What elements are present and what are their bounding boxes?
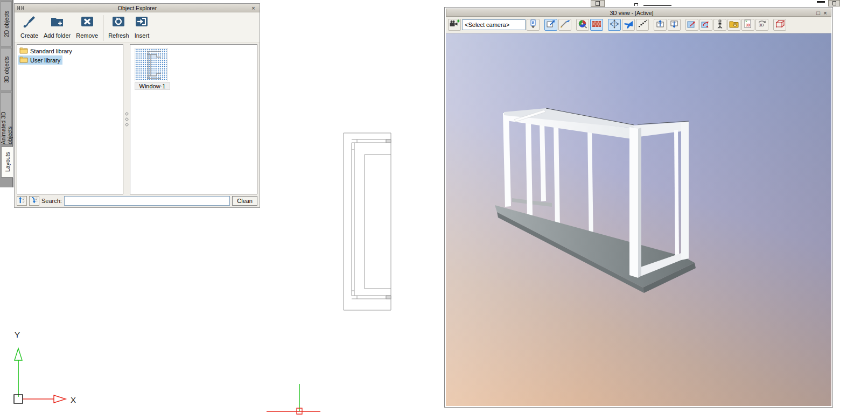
ucs-axis-icon: Y X: [10, 326, 81, 411]
object-explorer-toolbar: Create Add folder Remove Refresh Insert: [15, 12, 260, 43]
tree-item-user-library[interactable]: User library: [18, 55, 62, 65]
return-inner-strip: [674, 130, 679, 255]
tab-layouts[interactable]: Layouts: [1, 146, 13, 178]
move-view-icon: [687, 19, 697, 31]
zoom-distance-button[interactable]: [558, 19, 571, 31]
wireframe-grid-icon: [774, 19, 785, 31]
zoom-window-button[interactable]: [544, 19, 557, 31]
tree-item-standard-library[interactable]: Standard library: [18, 46, 74, 55]
orbit-button[interactable]: [608, 19, 621, 31]
move-view-button[interactable]: [685, 19, 698, 31]
close-button[interactable]: ×: [250, 5, 257, 11]
profile-drawing-2d: [343, 132, 392, 311]
zoom-selected-icon: [669, 19, 680, 31]
refresh-button[interactable]: Refresh: [106, 14, 132, 39]
rotate-3d-button[interactable]: 3D: [755, 19, 768, 31]
export-3d-glyph: 3D: [746, 23, 751, 27]
sill-top: [495, 205, 695, 288]
window-thumbnail[interactable]: [135, 48, 168, 81]
export-3d-button[interactable]: 3D: [741, 19, 754, 31]
tree-up-icon: [18, 196, 26, 206]
mullion-2: [540, 122, 546, 201]
refresh-icon: [111, 15, 125, 31]
color-settings-button[interactable]: [576, 19, 589, 31]
panel-title: Object Explorer: [25, 5, 250, 11]
sort-ascending-button[interactable]: [17, 196, 27, 206]
background-window-fragment: [828, 0, 840, 6]
corner-post: [629, 127, 638, 278]
viewport-3d[interactable]: [446, 33, 831, 406]
camera-position-icon: [715, 19, 725, 31]
corner-post-shade: [638, 128, 641, 278]
folder-icon: [19, 47, 28, 55]
camera-dropdown-button[interactable]: [527, 19, 540, 31]
rotate-view-button[interactable]: [699, 19, 712, 31]
zoom-selected-button[interactable]: [668, 19, 681, 31]
zoom-extents-icon: [655, 19, 666, 31]
add-folder-label: Add folder: [44, 32, 71, 39]
color-settings-icon: [577, 19, 588, 31]
y-axis-label: Y: [15, 330, 20, 339]
library-item-window-1[interactable]: Window-1: [135, 48, 170, 90]
background-window-fragment: [633, 0, 687, 6]
tree-down-icon: [30, 196, 38, 206]
zoom-extents-button[interactable]: [654, 19, 667, 31]
view3d-toolbar: <Select camera>: [446, 17, 831, 33]
return-far-post: [681, 122, 689, 260]
rotate-3d-icon: 3D: [757, 19, 767, 31]
orbit-icon: [609, 19, 620, 31]
rotate-view-icon: [701, 19, 711, 31]
tab-animated-3d-objects[interactable]: Animated 3D objects: [1, 93, 12, 145]
tab-2d-objects[interactable]: 2D objects: [1, 1, 12, 46]
add-camera-button[interactable]: [448, 19, 461, 31]
clean-button[interactable]: Clean: [232, 196, 257, 206]
create-button[interactable]: Create: [18, 14, 41, 39]
wireframe-grid-button[interactable]: [773, 19, 786, 31]
insert-icon: [135, 15, 149, 31]
thumbnail-label: Window-1: [135, 82, 170, 90]
tree-item-label: User library: [30, 57, 60, 64]
fly-mode-button[interactable]: [622, 19, 635, 31]
close-button[interactable]: ×: [822, 10, 829, 16]
camera-list-dropdown-icon: [528, 19, 538, 31]
snapshot-button[interactable]: [727, 19, 740, 31]
camera-position-button[interactable]: [713, 19, 726, 31]
search-input[interactable]: [64, 196, 230, 206]
pane-splitter[interactable]: [123, 44, 130, 194]
search-bar: Search: Clean: [15, 195, 260, 207]
rotate-3d-glyph: 3D: [759, 23, 764, 26]
sort-descending-button[interactable]: [29, 196, 39, 206]
object-explorer-titlebar: Object Explorer ×: [15, 4, 260, 12]
frame-model-3d: [446, 33, 831, 406]
camera-select[interactable]: <Select camera>: [462, 19, 526, 30]
left-tab-strip: 2D objects 3D objects Animated 3D object…: [0, 0, 13, 187]
tab-3d-objects[interactable]: 3D objects: [1, 48, 12, 91]
mullion-3: [554, 123, 560, 229]
search-label: Search:: [41, 198, 62, 204]
origin-marker: [264, 380, 323, 417]
remove-label: Remove: [76, 32, 98, 39]
walk-mode-icon: [637, 19, 648, 31]
maximize-button[interactable]: □: [815, 10, 822, 16]
view3d-window: 3D view - [Active] □ × <Select camera>: [444, 7, 833, 408]
add-folder-button[interactable]: Add folder: [41, 14, 73, 39]
walk-mode-button[interactable]: [636, 19, 649, 31]
materials-button[interactable]: [590, 19, 603, 31]
object-explorer-body: Standard library User library W: [15, 43, 260, 195]
create-icon: [23, 15, 37, 31]
dock-icon[interactable]: [17, 3, 25, 13]
snapshot-icon: [729, 19, 739, 31]
fly-mode-icon: [623, 19, 634, 31]
add-folder-icon: [50, 15, 64, 31]
remove-button[interactable]: Remove: [73, 14, 101, 39]
remove-icon: [80, 15, 94, 31]
x-axis-label: X: [71, 395, 76, 404]
insert-button[interactable]: Insert: [132, 14, 152, 39]
library-items-pane: Window-1: [130, 44, 257, 194]
create-label: Create: [20, 32, 38, 39]
materials-icon: [591, 19, 602, 31]
insert-label: Insert: [135, 32, 150, 39]
folder-icon: [19, 56, 28, 64]
refresh-label: Refresh: [108, 32, 129, 39]
view3d-title: 3D view - [Active]: [449, 10, 815, 16]
